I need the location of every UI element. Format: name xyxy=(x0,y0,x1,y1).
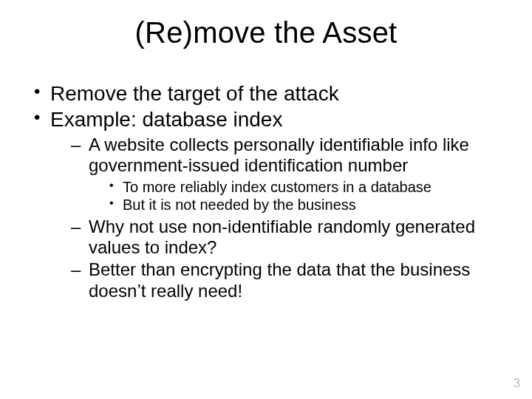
bullet-text: A website collects personally identifiab… xyxy=(89,134,469,175)
bullet-list-level2: A website collects personally identifiab… xyxy=(50,132,499,301)
bullet-l1-item: Example: database index A website collec… xyxy=(33,107,499,301)
bullet-text: But it is not needed by the business xyxy=(123,197,356,213)
page-number: 3 xyxy=(514,377,520,390)
slide-title: (Re)move the Asset xyxy=(0,16,532,50)
bullet-text: Remove the target of the attack xyxy=(50,82,339,105)
bullet-l1-item: Remove the target of the attack xyxy=(33,81,499,106)
bullet-l3-item: To more reliably index customers in a da… xyxy=(109,178,499,196)
bullet-list-level1: Remove the target of the attack Example:… xyxy=(33,81,499,301)
bullet-text: Why not use non-identifiable randomly ge… xyxy=(89,216,475,257)
bullet-text: To more reliably index customers in a da… xyxy=(123,179,432,195)
slide: (Re)move the Asset Remove the target of … xyxy=(0,0,532,399)
bullet-text: Example: database index xyxy=(50,108,282,131)
bullet-l2-item: A website collects personally identifiab… xyxy=(71,134,499,215)
bullet-list-level3: To more reliably index customers in a da… xyxy=(89,177,499,215)
bullet-l3-item: But it is not needed by the business xyxy=(109,196,499,214)
slide-body: Remove the target of the attack Example:… xyxy=(33,81,499,303)
bullet-l2-item: Why not use non-identifiable randomly ge… xyxy=(71,216,499,259)
bullet-text: Better than encrypting the data that the… xyxy=(89,259,470,300)
bullet-l2-item: Better than encrypting the data that the… xyxy=(71,259,499,301)
